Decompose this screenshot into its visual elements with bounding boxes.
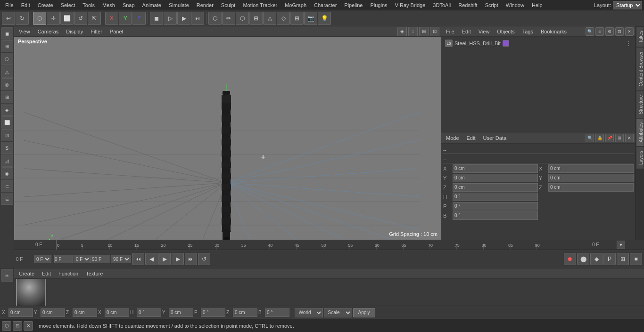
attr-close-icon[interactable]: ✕	[625, 134, 634, 142]
mat-function-menu[interactable]: Function	[56, 270, 81, 277]
viewport-cameras-menu[interactable]: Cameras	[35, 28, 62, 35]
menu-file[interactable]: File	[2, 1, 17, 9]
attr-z-rot-input[interactable]	[548, 183, 634, 192]
vtab-attributes[interactable]: Attributes	[636, 118, 644, 146]
timeline-settings[interactable]: ▼	[617, 241, 625, 249]
goto-end-button[interactable]: ⏭	[185, 253, 197, 265]
om-edit-menu[interactable]: Edit	[459, 28, 474, 35]
om-expand-icon[interactable]: ⊡	[615, 27, 624, 36]
snap-button[interactable]: ⊆	[1, 193, 13, 205]
viewport-icon-2[interactable]: ↕	[408, 27, 418, 36]
om-close-icon[interactable]: ✕	[625, 27, 634, 36]
render2-button[interactable]: ▶	[177, 12, 190, 25]
attr-lock-icon[interactable]: 🔒	[595, 134, 604, 142]
rigging-button[interactable]: △	[1, 65, 13, 78]
deform-button[interactable]: ⬜	[1, 116, 13, 129]
menu-character[interactable]: Character	[311, 1, 340, 9]
coord-h-input[interactable]	[137, 308, 161, 317]
menu-create[interactable]: Create	[34, 1, 57, 9]
generator-button[interactable]: ⊡	[1, 129, 13, 141]
coord-p-input[interactable]	[201, 308, 225, 317]
render-button[interactable]: ▷	[164, 12, 177, 25]
preview-end-input[interactable]	[91, 255, 110, 263]
viewport-panel-menu[interactable]: Panel	[107, 28, 126, 35]
next-frame-button[interactable]: ▶	[172, 253, 184, 265]
attr-x-rot-input[interactable]	[548, 164, 634, 173]
object-color-swatch[interactable]	[503, 40, 509, 47]
viewport-display-menu[interactable]: Display	[63, 28, 86, 35]
render3-button[interactable]: ⏯	[191, 12, 204, 25]
magnet-button[interactable]: ⊂	[1, 180, 13, 192]
menu-pipeline[interactable]: Pipeline	[341, 1, 366, 9]
goto-start-button[interactable]: ⏮	[132, 253, 144, 265]
camera-button[interactable]: 📷	[304, 12, 317, 25]
viewport-icon-3[interactable]: ⊞	[419, 27, 429, 36]
menu-snap[interactable]: Snap	[119, 1, 138, 9]
x-axis-button[interactable]: X	[105, 12, 118, 25]
menu-redshift[interactable]: Redshift	[455, 1, 480, 9]
vtab-layers[interactable]: Layers	[636, 146, 644, 169]
attr-b-input[interactable]	[453, 211, 538, 220]
attr-userdata-menu[interactable]: User Data	[480, 135, 510, 141]
effector-button[interactable]: S	[1, 142, 13, 154]
start-frame-select[interactable]: 0 F	[74, 255, 91, 263]
draw-button[interactable]: ✏	[222, 12, 235, 25]
om-filter-icon[interactable]: ≡	[595, 27, 604, 36]
light-button[interactable]: 💡	[318, 12, 331, 25]
viewport-filter-menu[interactable]: Filter	[88, 28, 105, 35]
attr-search-icon[interactable]: 🔍	[586, 134, 594, 142]
status-icon-3[interactable]: ✕	[24, 321, 33, 331]
coord-b-input[interactable]	[265, 308, 289, 317]
om-file-menu[interactable]: File	[443, 28, 457, 35]
attr-h-input[interactable]	[453, 193, 538, 201]
redo-button[interactable]: ↻	[16, 12, 29, 25]
coord-z2-input[interactable]	[233, 308, 257, 317]
coord-y-input[interactable]	[41, 308, 65, 317]
preview-start-input[interactable]	[54, 255, 73, 263]
transform-tool[interactable]: ⇱	[88, 12, 101, 25]
menu-edit[interactable]: Edit	[18, 1, 33, 9]
menu-mesh[interactable]: Mesh	[99, 1, 118, 9]
key-button[interactable]: ◆	[590, 253, 603, 265]
move-tool[interactable]: ✛	[47, 12, 60, 25]
ruler-track[interactable]: 0 5 10 15 20 25 30 35	[56, 240, 590, 250]
menu-mograph[interactable]: MoGraph	[281, 1, 310, 9]
brush-button[interactable]: ⊞	[249, 12, 263, 25]
attr-p-input[interactable]	[453, 202, 538, 211]
menu-select[interactable]: Select	[58, 1, 79, 9]
object-row[interactable]: L0 Steel_HSS_Drill_Bit ⋮	[443, 39, 634, 48]
scale-select[interactable]: Scale	[324, 308, 352, 317]
coord-x-input[interactable]	[8, 308, 33, 317]
attr-y-rot-input[interactable]	[548, 174, 634, 182]
mat-create-menu[interactable]: Create	[16, 270, 37, 277]
grid-button[interactable]: ⊞	[290, 12, 304, 25]
menu-plugins[interactable]: Plugins	[367, 1, 390, 9]
attr-x-pos-input[interactable]	[453, 164, 538, 173]
menu-render[interactable]: Render	[193, 1, 217, 9]
viewport-icon-1[interactable]: ◈	[397, 27, 407, 36]
mat-tool-1[interactable]: M	[1, 269, 13, 282]
preview-render-button[interactable]: ■	[630, 253, 642, 265]
om-search-icon[interactable]: 🔍	[586, 27, 594, 36]
bezier-button[interactable]: ◿	[1, 154, 13, 167]
undo-button[interactable]: ↩	[2, 12, 15, 25]
viewport[interactable]: + X Y Z Perspective	[14, 37, 441, 240]
select-tool[interactable]: ⬡	[33, 12, 46, 25]
prev-frame-button[interactable]: ◀	[145, 253, 157, 265]
record-button[interactable]: ⏺	[564, 253, 576, 265]
object-mode-button[interactable]: ◼	[150, 12, 163, 25]
menu-window[interactable]: Window	[503, 1, 528, 9]
om-bookmarks-menu[interactable]: Bookmarks	[538, 28, 570, 35]
tag-button[interactable]: ◉	[1, 167, 13, 179]
material-swatch-dewalt[interactable]: Dewalt	[16, 279, 46, 306]
z-axis-button[interactable]: Z	[132, 12, 146, 25]
coord-x2-input[interactable]	[105, 308, 129, 317]
coord-z-input[interactable]	[73, 308, 97, 317]
menu-sculpt[interactable]: Sculpt	[218, 1, 239, 9]
mat-texture-menu[interactable]: Texture	[83, 270, 106, 277]
menu-animate[interactable]: Animate	[139, 1, 165, 9]
attr-mode-menu[interactable]: Mode	[443, 135, 462, 141]
texture-mode-button[interactable]: ⊞	[1, 40, 13, 52]
om-tags-menu[interactable]: Tags	[520, 28, 536, 35]
loop-button[interactable]: ↺	[198, 253, 210, 265]
